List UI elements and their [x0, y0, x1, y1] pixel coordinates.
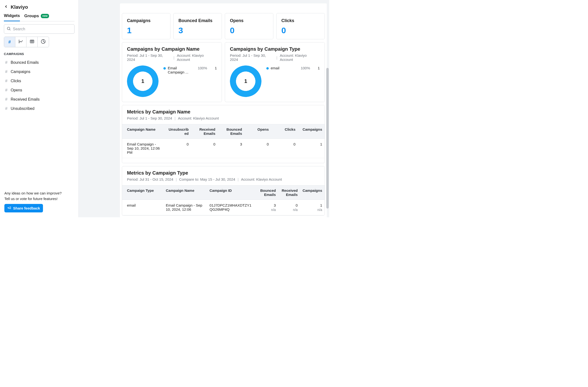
- tab-groups-label: Groups: [24, 14, 39, 19]
- hash-icon: #: [4, 60, 8, 65]
- donut-center-value: 1: [230, 65, 261, 97]
- card-sub: Period: Jul 1 - Sep 30, 2024 | Account: …: [230, 53, 320, 62]
- th: Campaigns: [298, 124, 325, 139]
- hash-icon: #: [4, 88, 8, 93]
- main: Campaigns 1 Bounced Emails 3 Opens 0 Cli…: [79, 0, 329, 217]
- widget-item-opens[interactable]: #Opens: [4, 86, 75, 95]
- account-text: Account: Klaviyo Account: [280, 53, 320, 62]
- table-header-row: Campaign Name Unsubscribed Received Emai…: [122, 124, 325, 139]
- widget-list: #Bounced Emails #Campaigns #Clicks #Open…: [4, 58, 75, 113]
- th: Received Emails: [191, 124, 218, 139]
- table-icon: [30, 39, 35, 45]
- widget-label: Received Emails: [11, 97, 40, 102]
- search-input[interactable]: [13, 27, 72, 31]
- widget-label: Campaigns: [11, 70, 30, 74]
- legend-val: 1: [313, 66, 320, 70]
- th: Campaign Name: [163, 186, 207, 200]
- th: Campaign ID: [207, 186, 256, 200]
- td-name: Email Campaign - Sep 10, 2024, 12:06: [163, 200, 207, 215]
- table-header-row: Campaign Type Campaign Name Campaign ID …: [122, 186, 325, 200]
- td: 3n/a: [256, 200, 278, 215]
- share-feedback-button[interactable]: Share feedback: [4, 204, 43, 213]
- kpi-row: Campaigns 1 Bounced Emails 3 Opens 0 Cli…: [122, 13, 325, 39]
- td: 0: [245, 139, 271, 158]
- td: 0: [271, 139, 298, 158]
- td: 3: [218, 139, 245, 158]
- donut-row: Campaigns by Campaign Name Period: Jul 1…: [122, 42, 325, 102]
- table-row: Email Campaign - Sep 10, 2024, 12:06 PM …: [122, 139, 325, 158]
- widget-item-clicks[interactable]: #Clicks: [4, 77, 75, 85]
- widget-item-received-emails[interactable]: #Received Emails: [4, 95, 75, 104]
- td: 1n/a: [300, 200, 325, 215]
- period-text: Period: Jul 1 - Sep 30, 2024: [127, 53, 171, 62]
- kpi-value: 3: [178, 26, 217, 35]
- table-metrics-by-type[interactable]: Metrics by Campaign Type Period: Jul 31 …: [122, 166, 325, 215]
- card-sub: Period: Jul 31 - Oct 15, 2024 | Compare …: [122, 177, 325, 181]
- th: Bounced Emails: [218, 124, 245, 139]
- divider: |: [276, 56, 277, 60]
- donut-chart: 1: [127, 65, 159, 97]
- feedback-button-label: Share feedback: [13, 206, 40, 210]
- scrollbar[interactable]: [326, 68, 329, 209]
- donut-campaigns-by-name[interactable]: Campaigns by Campaign Name Period: Jul 1…: [122, 42, 222, 102]
- widget-type-line[interactable]: [15, 37, 26, 47]
- compare-text: Compare to: May 15 - Jul 30, 2024: [179, 177, 235, 181]
- legend-pct: 100%: [195, 66, 207, 70]
- card-title: Campaigns by Campaign Type: [230, 46, 320, 52]
- pie-chart-icon: [41, 39, 46, 45]
- widget-item-unsubscribed[interactable]: #Unsubscribed: [4, 104, 75, 113]
- kpi-title: Opens: [230, 18, 268, 23]
- table-metrics-by-name[interactable]: Metrics by Campaign Name Period: Jul 1 -…: [122, 105, 325, 163]
- legend-name: email: [271, 66, 279, 70]
- kpi-campaigns[interactable]: Campaigns 1: [122, 13, 170, 39]
- legend-dot: [163, 67, 166, 70]
- tab-widgets[interactable]: Widgets: [4, 13, 20, 21]
- widget-type-table[interactable]: [26, 37, 38, 47]
- donut-campaigns-by-type[interactable]: Campaigns by Campaign Type Period: Jul 1…: [225, 42, 325, 102]
- account-text: Account: Klaviyo Account: [178, 116, 219, 120]
- tab-widgets-label: Widgets: [4, 13, 20, 18]
- tab-groups[interactable]: Groups new: [24, 14, 49, 21]
- kpi-bounced-emails[interactable]: Bounced Emails 3: [173, 13, 222, 39]
- th: Campaign Type: [122, 186, 163, 200]
- svg-point-0: [7, 27, 10, 30]
- account-text: Account: Klaviyo Account: [177, 53, 217, 62]
- search-icon: [7, 26, 11, 32]
- legend-name: Email Campaign ...: [168, 66, 192, 74]
- kpi-title: Bounced Emails: [178, 18, 217, 23]
- th: Received Emails: [278, 186, 300, 200]
- widget-item-campaigns[interactable]: #Campaigns: [4, 67, 75, 76]
- table: Campaign Name Unsubscribed Received Emai…: [122, 124, 325, 158]
- widget-label: Opens: [11, 88, 22, 92]
- megaphone-icon: [7, 206, 11, 211]
- card-title: Metrics by Campaign Name: [122, 109, 325, 115]
- td-type: email: [122, 200, 163, 215]
- kpi-value: 0: [281, 26, 320, 35]
- kpi-clicks[interactable]: Clicks 0: [276, 13, 325, 39]
- th: Unsubscribed: [164, 124, 191, 139]
- hash-icon: #: [4, 78, 8, 83]
- donut-center-value: 1: [127, 65, 159, 97]
- legend-pct: 100%: [298, 66, 310, 70]
- search-box[interactable]: [4, 24, 75, 34]
- widget-item-bounced-emails[interactable]: #Bounced Emails: [4, 58, 75, 67]
- dashboard-canvas: Campaigns 1 Bounced Emails 3 Opens 0 Cli…: [120, 3, 327, 217]
- feedback-text-1: Any ideas on how we can improve?: [4, 191, 74, 196]
- hash-icon: #: [8, 39, 11, 45]
- tabs: Widgets Groups new: [4, 13, 75, 21]
- period-text: Period: Jul 31 - Oct 15, 2024: [127, 177, 173, 181]
- kpi-value: 1: [127, 26, 165, 35]
- widget-type-pie[interactable]: [38, 37, 49, 47]
- widget-label: Clicks: [11, 79, 21, 83]
- kpi-opens[interactable]: Opens 0: [225, 13, 273, 39]
- back-icon[interactable]: [4, 4, 8, 10]
- kpi-value: 0: [230, 26, 268, 35]
- td: 0: [164, 139, 191, 158]
- widget-type-number[interactable]: #: [4, 37, 15, 47]
- td: 0: [191, 139, 218, 158]
- card-title: Metrics by Campaign Type: [122, 170, 325, 176]
- legend-val: 1: [210, 66, 217, 70]
- hash-icon: #: [4, 97, 8, 102]
- card-sub: Period: Jul 1 - Sep 30, 2024 | Account: …: [127, 53, 217, 62]
- legend-row: email 100% 1: [266, 66, 320, 70]
